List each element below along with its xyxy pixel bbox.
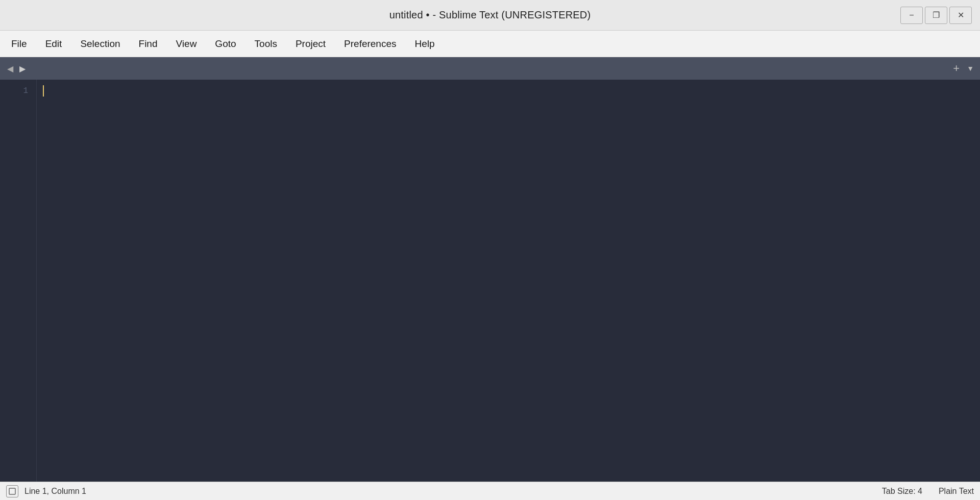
status-icon-button[interactable] — [6, 485, 18, 497]
menu-item-edit[interactable]: Edit — [36, 35, 71, 53]
menu-item-help[interactable]: Help — [406, 35, 444, 53]
new-tab-button[interactable]: + — [950, 62, 963, 75]
menu-item-preferences[interactable]: Preferences — [335, 35, 405, 53]
menu-item-tools[interactable]: Tools — [246, 35, 286, 53]
tab-nav-right-icon[interactable]: ▶ — [16, 62, 29, 76]
editor-content[interactable] — [37, 80, 980, 482]
window-title: untitled • - Sublime Text (UNREGISTERED) — [389, 9, 591, 21]
menu-item-find[interactable]: Find — [130, 35, 167, 53]
tab-actions: + ▼ — [950, 62, 976, 75]
status-right: Tab Size: 4 Plain Text — [882, 487, 974, 496]
menu-item-project[interactable]: Project — [286, 35, 335, 53]
cursor-line — [43, 84, 974, 98]
menu-item-file[interactable]: File — [2, 35, 36, 53]
editor-area: 1 — [0, 80, 980, 482]
text-cursor — [43, 85, 44, 97]
menu-item-view[interactable]: View — [167, 35, 206, 53]
menu-bar: File Edit Selection Find View Goto Tools… — [0, 31, 980, 57]
status-icon — [9, 488, 16, 495]
syntax-mode[interactable]: Plain Text — [939, 487, 974, 496]
close-button[interactable]: ✕ — [949, 7, 972, 24]
line-numbers: 1 — [0, 80, 37, 482]
svg-rect-0 — [9, 488, 15, 494]
title-bar: untitled • - Sublime Text (UNREGISTERED)… — [0, 0, 980, 31]
tab-bar: ◀ ▶ + ▼ — [0, 57, 980, 80]
line-number-1: 1 — [23, 84, 28, 98]
cursor-position[interactable]: Line 1, Column 1 — [24, 487, 86, 496]
tab-size[interactable]: Tab Size: 4 — [882, 487, 922, 496]
minimize-button[interactable]: − — [900, 7, 923, 24]
menu-item-selection[interactable]: Selection — [71, 35, 129, 53]
tab-nav-left-icon[interactable]: ◀ — [4, 62, 16, 76]
menu-item-goto[interactable]: Goto — [206, 35, 245, 53]
status-bar: Line 1, Column 1 Tab Size: 4 Plain Text — [0, 482, 980, 500]
tab-dropdown-icon[interactable]: ▼ — [965, 63, 976, 74]
window-controls: − ❐ ✕ — [900, 7, 972, 24]
restore-button[interactable]: ❐ — [925, 7, 947, 24]
status-left: Line 1, Column 1 — [6, 485, 86, 497]
